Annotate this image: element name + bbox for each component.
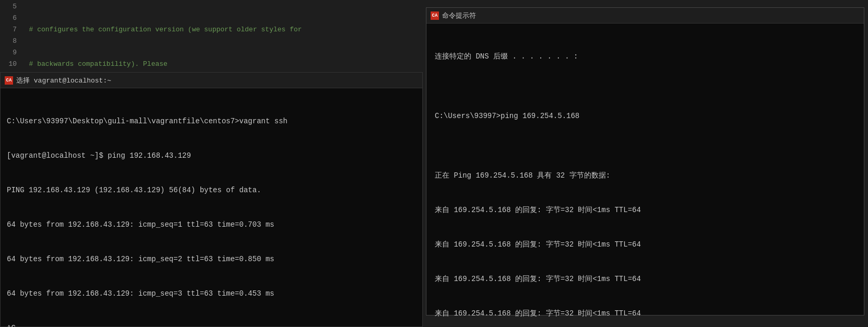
- terminal-left-titlebar: CA 选择 vagrant@localhost:~: [1, 73, 422, 88]
- cmd-line: [435, 145, 855, 147]
- cmd-body: 连接特定的 DNS 后缀 . . . . . . . : C:\Users\93…: [426, 24, 864, 327]
- cmd-line: [435, 85, 855, 87]
- terminal-line: PING 192.168.43.129 (192.168.43.129) 56(…: [7, 184, 416, 196]
- cmd-line: 正在 Ping 169.254.5.168 具有 32 字节的数据:: [435, 170, 855, 181]
- terminal-left-icon: CA: [5, 76, 13, 85]
- line-numbers: 5 6 7 8 9 10: [0, 0, 21, 73]
- code-editor: 5 6 7 8 9 10 # configures the configurat…: [0, 0, 423, 73]
- cmd-line: 来自 169.254.5.168 的回复: 字节=32 时间<1ms TTL=6…: [435, 273, 855, 285]
- cmd-line: 来自 169.254.5.168 的回复: 字节=32 时间<1ms TTL=6…: [435, 308, 855, 319]
- cmd-icon: CA: [431, 11, 439, 20]
- terminal-vagrant: CA 选择 vagrant@localhost:~ C:\Users\93997…: [0, 72, 423, 327]
- terminal-line: C:\Users\93997\Desktop\guli-mall\vagrant…: [7, 115, 416, 127]
- cmd-line: 来自 169.254.5.168 的回复: 字节=32 时间<1ms TTL=6…: [435, 204, 855, 216]
- cmd-line: 连接特定的 DNS 后缀 . . . . . . . :: [435, 51, 855, 62]
- terminal-line: ^C: [7, 322, 416, 327]
- terminal-line: 64 bytes from 192.168.43.129: icmp_seq=1…: [7, 219, 416, 230]
- code-lines: # configures the configuration version (…: [21, 0, 423, 73]
- cmd-titlebar: CA 命令提示符: [426, 8, 864, 24]
- terminal-line: [vagrant@localhost ~]$ ping 192.168.43.1…: [7, 150, 416, 161]
- cmd-line: 来自 169.254.5.168 的回复: 字节=32 时间<1ms TTL=6…: [435, 239, 855, 250]
- cmd-title: 命令提示符: [442, 11, 476, 20]
- terminal-left-title: 选择 vagrant@localhost:~: [16, 76, 111, 85]
- terminal-left-body: C:\Users\93997\Desktop\guli-mall\vagrant…: [1, 88, 422, 327]
- terminal-line: 64 bytes from 192.168.43.129: icmp_seq=3…: [7, 288, 416, 299]
- cmd-line: C:\Users\93997>ping 169.254.5.168: [435, 110, 855, 122]
- terminal-line: 64 bytes from 192.168.43.129: icmp_seq=2…: [7, 253, 416, 265]
- terminal-cmd: CA 命令提示符 连接特定的 DNS 后缀 . . . . . . . : C:…: [426, 7, 864, 316]
